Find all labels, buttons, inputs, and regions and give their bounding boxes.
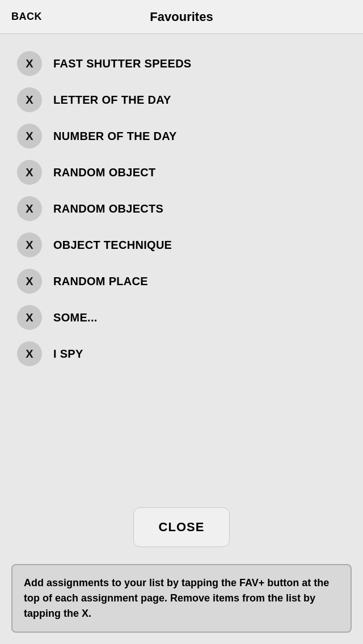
- remove-item-button[interactable]: X: [17, 232, 42, 257]
- back-button[interactable]: BACK: [11, 11, 42, 23]
- list-item: XI SPY: [17, 336, 346, 372]
- page-title: Favourites: [150, 10, 213, 24]
- remove-x-icon: X: [26, 166, 33, 179]
- remove-item-button[interactable]: X: [17, 160, 42, 185]
- list-item: XFAST SHUTTER SPEEDS: [17, 45, 346, 82]
- item-label: NUMBER OF THE DAY: [53, 130, 177, 143]
- item-label: LETTER OF THE DAY: [53, 94, 171, 107]
- remove-x-icon: X: [26, 202, 33, 215]
- remove-item-button[interactable]: X: [17, 196, 42, 221]
- remove-x-icon: X: [26, 275, 33, 288]
- remove-x-icon: X: [26, 94, 33, 107]
- remove-item-button[interactable]: X: [17, 269, 42, 294]
- remove-item-button[interactable]: X: [17, 341, 42, 366]
- list-item: XNUMBER OF THE DAY: [17, 118, 346, 154]
- item-label: I SPY: [53, 348, 83, 361]
- item-label: OBJECT TECHNIQUE: [53, 239, 172, 252]
- list-item: XSOME...: [17, 299, 346, 336]
- list-item: XLETTER OF THE DAY: [17, 82, 346, 118]
- item-label: RANDOM OBJECTS: [53, 202, 163, 215]
- remove-x-icon: X: [26, 311, 33, 324]
- list-item: XOBJECT TECHNIQUE: [17, 227, 346, 263]
- list-item: XRANDOM PLACE: [17, 263, 346, 299]
- item-label: SOME...: [53, 311, 98, 324]
- item-label: RANDOM PLACE: [53, 275, 148, 288]
- list-item: XRANDOM OBJECT: [17, 154, 346, 190]
- close-area: CLOSE: [0, 496, 363, 564]
- info-text: Add assignments to your list by tapping …: [24, 577, 329, 619]
- list-item: XRANDOM OBJECTS: [17, 190, 346, 227]
- remove-x-icon: X: [26, 130, 33, 143]
- remove-item-button[interactable]: X: [17, 87, 42, 112]
- info-box: Add assignments to your list by tapping …: [11, 564, 352, 633]
- remove-item-button[interactable]: X: [17, 305, 42, 330]
- remove-item-button[interactable]: X: [17, 124, 42, 149]
- remove-x-icon: X: [26, 348, 33, 361]
- remove-item-button[interactable]: X: [17, 51, 42, 76]
- remove-x-icon: X: [26, 57, 33, 70]
- header: BACK Favourites: [0, 0, 363, 34]
- remove-x-icon: X: [26, 239, 33, 252]
- close-button[interactable]: CLOSE: [133, 507, 230, 547]
- item-label: RANDOM OBJECT: [53, 166, 156, 179]
- favourites-list: XFAST SHUTTER SPEEDSXLETTER OF THE DAYXN…: [0, 34, 363, 496]
- item-label: FAST SHUTTER SPEEDS: [53, 57, 192, 70]
